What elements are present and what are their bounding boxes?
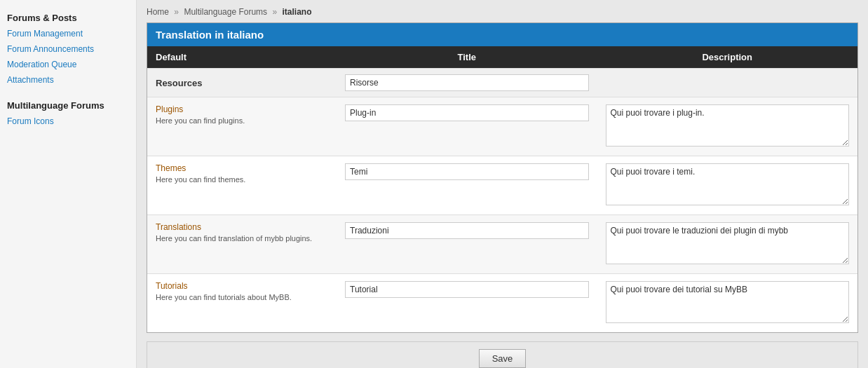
table-row: Themes Here you can find themes. Qui puo… bbox=[147, 156, 857, 214]
desc-textarea-tutorials[interactable]: Qui puoi trovare dei tutorial su MyBB bbox=[606, 281, 850, 323]
table-header: Default Title Description bbox=[147, 46, 857, 68]
item-title-themes[interactable]: Themes bbox=[156, 163, 328, 173]
desc-textarea-plugins[interactable]: Qui puoi trovare i plug-in. bbox=[606, 104, 850, 146]
panel-title: Translation in italiano bbox=[147, 23, 857, 46]
sidebar-item-forum-announcements[interactable]: Forum Announcements bbox=[0, 41, 136, 57]
item-desc-cell-plugins: Qui puoi trovare i plug-in. bbox=[597, 97, 858, 156]
translation-panel: Translation in italiano Default Title De… bbox=[147, 22, 858, 333]
main-content: Home » Multilanguage Forums » italiano T… bbox=[137, 0, 868, 368]
item-desc-translations: Here you can find translation of mybb pl… bbox=[156, 233, 328, 244]
item-default-cell: Plugins Here you can find plugins. bbox=[147, 97, 337, 133]
item-title-cell-tutorials bbox=[337, 274, 597, 305]
item-title-translations[interactable]: Translations bbox=[156, 222, 328, 232]
item-default-cell: Translations Here you can find translati… bbox=[147, 215, 337, 251]
item-desc-tutorials: Here you can find tutorials about MyBB. bbox=[156, 292, 328, 303]
item-title-cell-translations bbox=[337, 215, 597, 246]
save-bar: Save bbox=[147, 341, 858, 368]
resources-label: Resources bbox=[147, 72, 337, 94]
title-input-plugins[interactable] bbox=[345, 104, 589, 121]
item-desc-themes: Here you can find themes. bbox=[156, 175, 328, 185]
breadcrumb-sep2: » bbox=[272, 7, 277, 17]
resources-title-input[interactable] bbox=[345, 74, 589, 91]
breadcrumb-home[interactable]: Home bbox=[147, 7, 169, 17]
sidebar-section-multilanguage: Multilanguage Forums bbox=[0, 95, 136, 114]
breadcrumb-sep1: » bbox=[174, 7, 179, 17]
breadcrumb-multilanguage[interactable]: Multilanguage Forums bbox=[184, 7, 267, 17]
table-row: Tutorials Here you can find tutorials ab… bbox=[147, 273, 857, 332]
breadcrumb: Home » Multilanguage Forums » italiano bbox=[147, 7, 858, 17]
item-default-cell: Themes Here you can find themes. bbox=[147, 156, 337, 192]
table-row: Translations Here you can find translati… bbox=[147, 214, 857, 273]
table-row: Plugins Here you can find plugins. Qui p… bbox=[147, 97, 857, 156]
item-default-cell: Tutorials Here you can find tutorials ab… bbox=[147, 274, 337, 310]
item-title-cell-plugins bbox=[337, 97, 597, 128]
item-title-tutorials[interactable]: Tutorials bbox=[156, 281, 328, 291]
col-description: Description bbox=[597, 46, 858, 68]
sidebar-item-attachments[interactable]: Attachments bbox=[0, 72, 136, 88]
item-title-cell-themes bbox=[337, 156, 597, 187]
breadcrumb-current: italiano bbox=[283, 7, 312, 17]
item-desc-cell-tutorials: Qui puoi trovare dei tutorial su MyBB bbox=[597, 274, 858, 332]
save-button[interactable]: Save bbox=[479, 349, 527, 368]
sidebar-item-moderation-queue[interactable]: Moderation Queue bbox=[0, 57, 136, 72]
col-title: Title bbox=[337, 46, 597, 68]
title-input-tutorials[interactable] bbox=[345, 281, 589, 298]
title-input-translations[interactable] bbox=[345, 222, 589, 239]
desc-textarea-themes[interactable]: Qui puoi trovare i temi. bbox=[606, 163, 850, 205]
title-input-themes[interactable] bbox=[345, 163, 589, 180]
data-rows: Plugins Here you can find plugins. Qui p… bbox=[147, 97, 857, 332]
resources-row: Resources bbox=[147, 68, 857, 97]
item-desc-cell-translations: Qui puoi trovare le traduzioni dei plugi… bbox=[597, 215, 858, 273]
sidebar-section-forums-posts: Forums & Posts bbox=[0, 7, 136, 26]
sidebar: Forums & Posts Forum Management Forum An… bbox=[0, 0, 137, 368]
desc-textarea-translations[interactable]: Qui puoi trovare le traduzioni dei plugi… bbox=[606, 222, 850, 264]
item-desc-plugins: Here you can find plugins. bbox=[156, 116, 328, 126]
resources-desc-cell bbox=[597, 77, 858, 88]
sidebar-item-forum-icons[interactable]: Forum Icons bbox=[0, 114, 136, 129]
item-title-plugins[interactable]: Plugins bbox=[156, 104, 328, 114]
item-desc-cell-themes: Qui puoi trovare i temi. bbox=[597, 156, 858, 214]
col-default: Default bbox=[147, 46, 337, 68]
sidebar-item-forum-management[interactable]: Forum Management bbox=[0, 26, 136, 41]
resources-title-cell bbox=[337, 69, 597, 97]
